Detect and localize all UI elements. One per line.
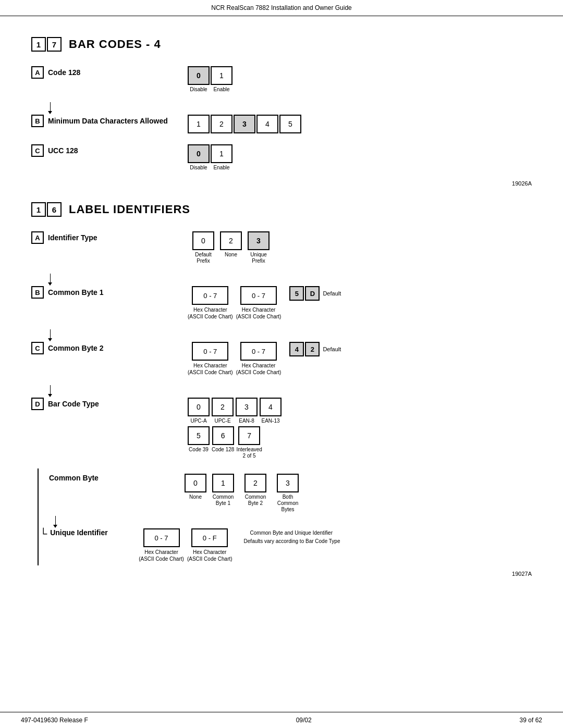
row-cb1-right: 0 - 7 Hex Character(ASCII Code Chart) 0 …	[188, 286, 341, 320]
uid-note: Common Byte and Unique Identifier Defaul…	[244, 528, 348, 545]
bct-box-5[interactable]: 5	[188, 426, 210, 445]
row-min-data-text: Minimum Data Characters Allowed	[48, 117, 168, 125]
cb2-hex2-box[interactable]: 0 - 7	[240, 342, 277, 361]
footer-right: 39 of 62	[520, 717, 542, 724]
bct-label-3: EAN-8	[239, 418, 254, 424]
cb-label-3: Both Common Bytes	[272, 494, 303, 513]
code128-box-0[interactable]: 0	[188, 66, 210, 85]
row-cb2-letter: C	[31, 342, 44, 354]
min-data-box-5[interactable]: 5	[279, 115, 301, 133]
row-ident-type-text: Identifier Type	[48, 233, 97, 242]
row-ucc128-options: 0 Disable 1 Enable	[188, 144, 234, 171]
section2-img-ref: 19027A	[31, 571, 532, 577]
bct-options-row1: 0 UPC-A 2 UPC-E 3 EAN-8 4	[188, 398, 283, 424]
footer-center: 09/02	[296, 717, 312, 724]
d-nested-content: Common Byte 0 None 1 Common Byte 1	[39, 468, 532, 565]
bct-box-2[interactable]: 2	[212, 398, 234, 416]
row-code128: A Code 128 0 Disable 1 Enable	[31, 66, 532, 93]
header-title: NCR RealScan 7882 Installation and Owner…	[211, 4, 351, 11]
row-unique-ident: └ Unique Identifier 0 - 7 Hex Character(…	[39, 528, 532, 562]
bct-box-4[interactable]: 4	[260, 398, 282, 416]
cb1-hex2-box[interactable]: 0 - 7	[240, 286, 277, 305]
ucc128-label-1: Enable	[213, 165, 229, 171]
row-code128-letter: A	[31, 66, 44, 79]
min-data-opt-5: 5	[279, 115, 301, 135]
arrow-b2-to-c2	[44, 329, 532, 339]
cb2-hex2-label: Hex Character(ASCII Code Chart)	[236, 362, 282, 376]
uid-hex2-box[interactable]: 0 - F	[191, 528, 228, 547]
cb-opt-1: 1 Common Byte 1	[207, 474, 239, 507]
cb-box-1[interactable]: 1	[212, 474, 234, 492]
row-code128-text: Code 128	[48, 68, 80, 77]
row-cb1-label: B Common Byte 1	[31, 286, 188, 299]
footer-left: 497-0419630 Release F	[21, 717, 88, 724]
common-byte-standalone-label: Common Byte	[39, 474, 185, 482]
cb-box-2[interactable]: 2	[244, 474, 266, 492]
row-min-data-letter: B	[31, 115, 44, 127]
row-ident-type-label: A Identifier Type	[31, 231, 188, 244]
row-ucc128-label: C UCC 128	[31, 144, 188, 157]
cb2-default-label: Default	[323, 346, 341, 352]
uid-hex2-label: Hex Character(ASCII Code Chart)	[187, 549, 232, 562]
arrow-c2-to-d2	[44, 385, 532, 394]
row-min-data: B Minimum Data Characters Allowed 1 2 3 …	[31, 115, 532, 135]
common-byte-options: 0 None 1 Common Byte 1 2 Common Byte 2	[185, 474, 304, 513]
ucc128-box-1[interactable]: 1	[211, 144, 232, 163]
unique-ident-bracket: └	[39, 528, 48, 539]
bct-label-6: Code 128	[212, 447, 234, 453]
ident-type-opt-3: 3 Unique Prefix	[243, 231, 274, 264]
ucc128-box-0[interactable]: 0	[188, 144, 210, 163]
cb1-default-val2: D	[305, 286, 320, 301]
ident-type-box-0[interactable]: 0	[192, 231, 214, 250]
bct-box-6[interactable]: 6	[212, 426, 234, 445]
d-nested-block: Common Byte 0 None 1 Common Byte 1	[31, 468, 532, 565]
section2-title: 1 6 LABEL IDENTIFIERS	[31, 202, 532, 217]
min-data-box-4[interactable]: 4	[256, 115, 278, 133]
min-data-opt-4: 4	[256, 115, 278, 135]
row-common-byte-standalone: Common Byte 0 None 1 Common Byte 1	[39, 468, 532, 513]
section2-num1: 1	[31, 202, 46, 217]
code128-label-0: Disable	[190, 87, 207, 93]
bct-label-5: Code 39	[189, 447, 209, 453]
page: NCR RealScan 7882 Installation and Owner…	[0, 0, 563, 728]
bct-opt-7: 7 Interleaved2 of 5	[236, 426, 262, 459]
cb1-hex1-box[interactable]: 0 - 7	[192, 286, 228, 305]
row-ucc128: C UCC 128 0 Disable 1 Enable	[31, 144, 532, 171]
row-bct-text: Bar Code Type	[48, 400, 99, 408]
cb-opt-0: 0 None	[185, 474, 206, 500]
cb2-hex1-box[interactable]: 0 - 7	[192, 342, 228, 361]
cb1-hex2-label: Hex Character(ASCII Code Chart)	[236, 306, 282, 320]
bct-box-3[interactable]: 3	[236, 398, 258, 416]
ident-type-box-2[interactable]: 2	[220, 231, 242, 250]
cb-label-1: Common Byte 1	[207, 494, 239, 507]
code128-opt-0: 0 Disable	[188, 66, 210, 93]
bct-opt-5: 5 Code 39	[188, 426, 210, 453]
cb1-default: 5 D Default	[289, 286, 341, 301]
main-content: 1 7 BAR CODES - 4 A Code 128 0 Disable	[0, 16, 563, 624]
ident-type-label-2: None	[225, 252, 237, 258]
code128-box-1[interactable]: 1	[211, 66, 232, 85]
uid-hex2: 0 - F Hex Character(ASCII Code Chart)	[187, 528, 232, 562]
ident-type-label-0: Default Prefix	[188, 252, 219, 264]
bct-box-0[interactable]: 0	[188, 398, 210, 416]
min-data-box-2[interactable]: 2	[211, 115, 232, 133]
min-data-box-1[interactable]: 1	[188, 115, 210, 133]
cb-box-0[interactable]: 0	[185, 474, 206, 492]
bct-label-0: UPC-A	[190, 418, 206, 424]
section2-numbers: 1 6	[31, 202, 62, 217]
min-data-box-3[interactable]: 3	[234, 115, 255, 133]
ident-type-opt-0: 0 Default Prefix	[188, 231, 219, 264]
bct-box-7[interactable]: 7	[238, 426, 260, 445]
row-bar-code-type: D Bar Code Type 0 UPC-A 2 UPC-E	[31, 398, 532, 459]
ucc128-opt-0: 0 Disable	[188, 144, 210, 171]
uid-hex1-box[interactable]: 0 - 7	[143, 528, 180, 547]
cb2-hex1-label: Hex Character(ASCII Code Chart)	[188, 362, 233, 376]
bct-opt-3: 3 EAN-8	[236, 398, 258, 424]
ident-type-box-3[interactable]: 3	[248, 231, 270, 250]
section1-num2: 7	[47, 37, 62, 52]
row-bct-options: 0 UPC-A 2 UPC-E 3 EAN-8 4	[188, 398, 283, 459]
cb-box-3[interactable]: 3	[277, 474, 299, 492]
min-data-opt-2: 2	[211, 115, 232, 135]
cb2-hex2: 0 - 7 Hex Character(ASCII Code Chart)	[236, 342, 282, 376]
row-cb2-right: 0 - 7 Hex Character(ASCII Code Chart) 0 …	[188, 342, 341, 376]
